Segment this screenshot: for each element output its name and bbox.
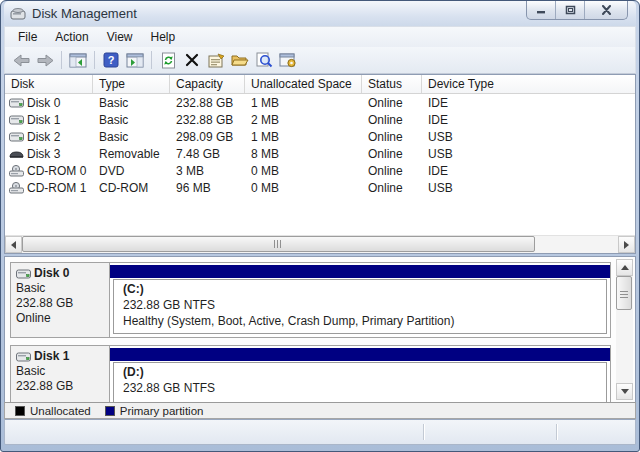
primary-partition-swatch [105,406,115,416]
column-header-capacity[interactable]: Capacity [170,75,245,93]
menu-bar: File Action View Help [4,26,636,47]
close-button[interactable] [585,1,627,19]
hard-disk-icon [9,132,24,142]
vertical-scrollbar[interactable] [616,259,633,400]
table-row-cdrom1[interactable]: CD-ROM 1 CD-ROM 96 MB 0 MB Online USB [5,179,635,196]
disk1-size: 232.88 GB [16,379,104,394]
disk0-volume-size: 232.88 GB NTFS [123,297,597,313]
disk1-band: Disk 1 Basic 232.88 GB (D:) 232.88 GB NT… [10,345,611,402]
hard-disk-icon [16,352,31,362]
table-row-disk0[interactable]: Disk 0 Basic 232.88 GB 1 MB Online IDE [5,94,635,111]
refresh-icon[interactable] [157,49,179,71]
hard-disk-icon [16,269,31,279]
disk0-kind: Basic [16,281,104,296]
help-icon[interactable]: ? [100,49,122,71]
disk1-volume-info[interactable]: (D:) 232.88 GB NTFS [113,362,607,402]
view-icon[interactable] [253,49,275,71]
horizontal-scroll-thumb[interactable] [22,236,535,252]
table-row-disk3[interactable]: Disk 3 Removable 7.48 GB 8 MB Online USB [5,145,635,162]
scroll-down-button[interactable] [616,383,633,400]
disk0-partition-colorbar [110,265,610,278]
list-empty-area [5,196,635,235]
forward-icon[interactable] [34,49,56,71]
legend-bar: Unallocated Primary partition [4,402,636,419]
app-icon [10,7,26,21]
disk1-partition-colorbar [110,348,610,361]
menu-action[interactable]: Action [46,28,97,46]
open-folder-icon[interactable] [229,49,251,71]
scroll-right-button[interactable] [618,236,635,253]
legend-primary-partition-label: Primary partition [120,405,204,417]
table-row-cdrom0[interactable]: CD-ROM 0 DVD 3 MB 0 MB Online IDE [5,162,635,179]
toolbar-separator [151,51,152,69]
disk0-volume-info[interactable]: (C:) 232.88 GB NTFS Healthy (System, Boo… [113,279,607,334]
title-bar[interactable]: Disk Management [4,1,636,26]
table-row-disk1[interactable]: Disk 1 Basic 232.88 GB 2 MB Online IDE [5,111,635,128]
horizontal-scrollbar[interactable] [5,235,635,253]
table-row-disk2[interactable]: Disk 2 Basic 298.09 GB 1 MB Online USB [5,128,635,145]
minimize-button[interactable] [527,1,556,19]
properties-icon[interactable] [205,49,227,71]
status-bar [4,419,636,445]
column-header-status[interactable]: Status [362,75,422,93]
show-action-pane-icon[interactable] [124,49,146,71]
legend-unallocated-label: Unallocated [30,405,91,417]
hard-disk-icon [9,98,24,108]
legend-unallocated: Unallocated [15,405,91,417]
scroll-left-button[interactable] [5,236,22,253]
disk0-band: Disk 0 Basic 232.88 GB Online (C:) 232.8… [10,262,611,338]
delete-icon[interactable] [181,49,203,71]
disk0-volume-health: Healthy (System, Boot, Active, Crash Dum… [123,313,597,329]
disk0-partition[interactable]: (C:) 232.88 GB NTFS Healthy (System, Boo… [110,263,610,337]
disk0-size: 232.88 GB [16,296,104,311]
disk0-name: Disk 0 [34,266,69,281]
status-separator [423,424,424,440]
disk1-kind: Basic [16,364,104,379]
column-header-unallocated[interactable]: Unallocated Space [245,75,362,93]
disk1-name: Disk 1 [34,349,69,364]
graphical-view-pane: Disk 0 Basic 232.88 GB Online (C:) 232.8… [4,256,636,402]
disk-list-pane: Disk Type Capacity Unallocated Space Sta… [4,74,636,254]
horizontal-scroll-track[interactable] [22,236,618,253]
disk1-volume-size: 232.88 GB NTFS [123,380,597,396]
customize-icon[interactable] [277,49,299,71]
legend-primary-partition: Primary partition [105,405,204,417]
list-header: Disk Type Capacity Unallocated Space Sta… [5,75,635,94]
scroll-up-button[interactable] [616,259,633,276]
window-title: Disk Management [32,6,137,21]
show-console-tree-icon[interactable] [67,49,89,71]
column-header-device-type[interactable]: Device Type [422,75,635,93]
disk0-status: Online [16,311,104,326]
menu-view[interactable]: View [98,28,142,46]
disk0-header[interactable]: Disk 0 Basic 232.88 GB Online [11,263,110,337]
disk1-partition[interactable]: (D:) 232.88 GB NTFS [110,346,610,402]
restore-button[interactable] [556,1,585,19]
cd-rom-icon [9,182,24,194]
column-header-type[interactable]: Type [93,75,170,93]
disk1-volume-label: (D:) [123,364,597,380]
vertical-scroll-thumb[interactable] [616,276,632,310]
disk1-header[interactable]: Disk 1 Basic 232.88 GB [11,346,110,402]
menu-help[interactable]: Help [142,28,185,46]
status-separator [556,424,557,440]
vertical-scroll-track[interactable] [616,276,633,383]
window-controls [526,1,628,20]
column-header-disk[interactable]: Disk [5,75,93,93]
cd-rom-icon [9,165,24,177]
menu-file[interactable]: File [9,28,46,46]
disk-management-window: Disk Management File Action View Help [0,0,640,452]
removable-disk-icon [9,149,24,159]
svg-text:?: ? [108,54,115,66]
toolbar-separator [61,51,62,69]
toolbar-separator [94,51,95,69]
disk0-volume-label: (C:) [123,281,597,297]
toolbar: ? [4,47,636,74]
back-icon[interactable] [10,49,32,71]
unallocated-swatch [15,406,25,416]
hard-disk-icon [9,115,24,125]
